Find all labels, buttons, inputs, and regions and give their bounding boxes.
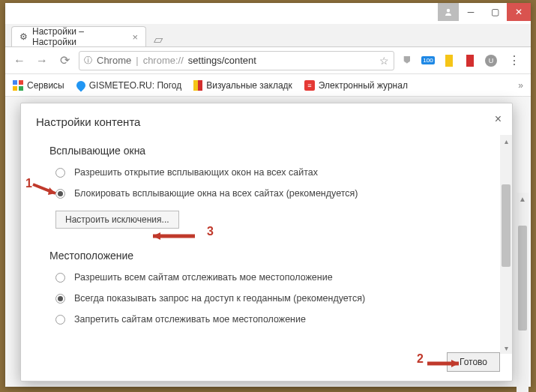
tab-strip: ⚙ Настройки – Настройки × ▱: [5, 24, 531, 47]
content-settings-dialog: Настройки контента × ▴ ▾ Всплывающие окн…: [20, 103, 513, 382]
window-titlebar: ─ ▢ ✕: [5, 3, 531, 24]
bookmark-apps[interactable]: Сервисы: [13, 80, 64, 91]
location-heading: Местоположение: [49, 250, 490, 262]
menu-button[interactable]: ⋮: [504, 53, 525, 67]
url-scheme: chrome://: [143, 55, 184, 66]
close-window-button[interactable]: ✕: [507, 3, 531, 21]
bookmark-red-icon[interactable]: [463, 54, 477, 67]
radio-icon: [55, 168, 65, 178]
url-path: settings/content: [188, 55, 256, 66]
scroll-thumb[interactable]: [518, 226, 527, 331]
bookmark-star-icon[interactable]: ☆: [379, 55, 389, 67]
popups-exceptions-button[interactable]: Настроить исключения...: [55, 211, 179, 229]
location-deny-radio[interactable]: Запретить сайтам отслеживать мое местопо…: [55, 314, 490, 325]
bookmarks-bar: Сервисы GISMETEO.RU: Погод Визуальные за…: [5, 74, 531, 97]
dialog-title: Настройки контента: [36, 115, 140, 128]
journal-icon: ≡: [304, 80, 315, 91]
chrome-window: ─ ▢ ✕ ⚙ Настройки – Настройки × ▱ ← → ⟳ …: [5, 3, 531, 387]
profile-button[interactable]: [438, 3, 459, 21]
svg-point-0: [447, 9, 450, 12]
radio-icon: [55, 189, 65, 199]
location-allow-radio[interactable]: Разрешить всем сайтам отслеживать мое ме…: [55, 272, 490, 283]
maximize-button[interactable]: ▢: [483, 3, 507, 21]
radio-icon: [55, 294, 65, 304]
popups-block-radio[interactable]: Блокировать всплывающие окна на всех сай…: [55, 188, 490, 199]
browser-tab[interactable]: ⚙ Настройки – Настройки ×: [11, 26, 146, 46]
back-button[interactable]: ←: [11, 52, 28, 69]
bookmark-yellow-icon[interactable]: [442, 54, 456, 67]
toolbar: ← → ⟳ ⓘ Chrome | chrome://settings/conte…: [5, 47, 531, 74]
info-icon[interactable]: ⓘ: [84, 55, 92, 66]
done-button[interactable]: Готово: [447, 352, 500, 372]
bookmark-gismeteo[interactable]: GISMETEO.RU: Погод: [76, 80, 182, 91]
minimize-button[interactable]: ─: [459, 3, 483, 21]
reload-button[interactable]: ⟳: [56, 52, 73, 69]
scroll-up-icon[interactable]: ▲: [517, 193, 529, 205]
droplet-icon: [74, 79, 87, 91]
bookmark-visual[interactable]: Визуальные закладк: [193, 80, 292, 91]
extension-badge-icon[interactable]: 100: [421, 54, 435, 67]
radio-icon: [55, 273, 65, 283]
popups-allow-radio[interactable]: Разрешить открытие всплывающих окон на в…: [55, 167, 490, 178]
content-area: ▲ Настройки контента × ▴ ▾ Всплывающие о…: [5, 97, 531, 387]
dialog-close-button[interactable]: ×: [495, 112, 502, 126]
gear-icon: ⚙: [19, 31, 28, 42]
url-chrome-label: Chrome: [97, 55, 131, 66]
bookmarks-overflow[interactable]: »: [518, 80, 523, 91]
address-bar[interactable]: ⓘ Chrome | chrome://settings/content ☆: [79, 51, 394, 70]
visual-bookmarks-icon: [193, 80, 202, 91]
location-ask-radio[interactable]: Всегда показывать запрос на доступ к гео…: [55, 293, 490, 304]
new-tab-button[interactable]: ▱: [151, 31, 166, 46]
page-scrollbar[interactable]: ▲: [517, 193, 529, 392]
shield-icon[interactable]: ⛊: [400, 54, 414, 67]
annotation-2: 2: [417, 352, 424, 366]
ublock-icon[interactable]: U: [484, 54, 498, 67]
bookmark-journal[interactable]: ≡Электронный журнал: [304, 80, 408, 91]
apps-icon: [13, 80, 23, 91]
popups-heading: Всплывающие окна: [49, 145, 490, 157]
tab-title: Настройки – Настройки: [32, 26, 124, 47]
close-tab-icon[interactable]: ×: [132, 31, 138, 43]
forward-button[interactable]: →: [34, 52, 50, 69]
radio-icon: [55, 315, 65, 325]
